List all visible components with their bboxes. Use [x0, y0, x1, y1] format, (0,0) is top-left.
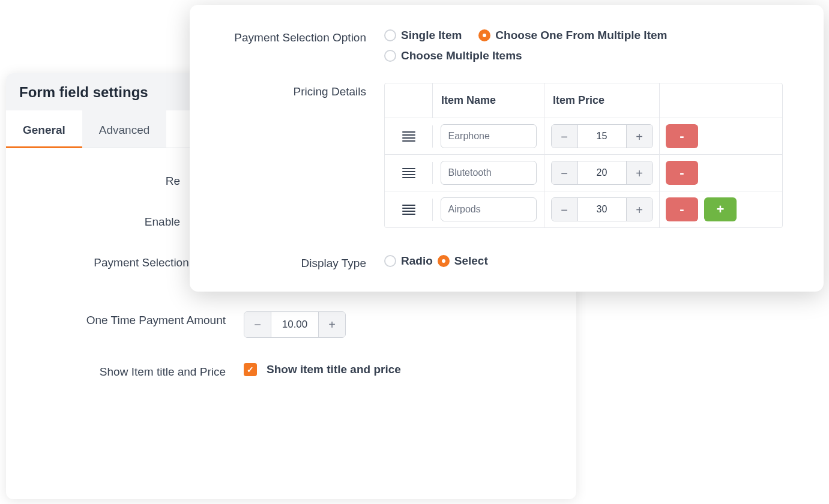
drag-handle-icon[interactable] — [402, 205, 415, 215]
tab-advanced[interactable]: Advanced — [82, 110, 167, 148]
name-cell — [433, 118, 544, 154]
tab-general[interactable]: General — [6, 110, 82, 148]
header-actions — [660, 83, 782, 118]
item-price-stepper: − + — [551, 197, 653, 221]
header-drag-col — [385, 83, 433, 118]
actions-cell: - — [660, 155, 782, 191]
check-icon: ✓ — [247, 365, 254, 374]
pricing-table: Item Name Item Price — [384, 83, 783, 228]
remove-row-button[interactable]: - — [666, 161, 698, 185]
radio-group-select[interactable]: Select — [438, 254, 488, 268]
one-time-payment-decrement[interactable]: − — [244, 312, 271, 337]
radio-group-choose-one-front[interactable]: Choose One From Multiple Item — [478, 29, 667, 42]
one-time-payment-increment[interactable]: + — [319, 312, 345, 337]
show-title-price-cb-label: Show item title and price — [267, 363, 401, 376]
pricing-details-label: Pricing Details — [213, 83, 384, 98]
payment-selection-content-front: Single Item Choose One From Multiple Ite… — [384, 29, 801, 62]
remove-row-button[interactable]: - — [666, 197, 698, 221]
price-cell: − + — [544, 118, 660, 154]
pricing-row: − + - + — [385, 191, 782, 227]
name-cell — [433, 191, 544, 227]
drag-handle-icon[interactable] — [402, 131, 415, 142]
radio-group-single-front[interactable]: Single Item — [384, 29, 462, 42]
radio-choose-multiple-front[interactable] — [384, 50, 396, 62]
price-increment[interactable]: + — [627, 198, 653, 221]
price-increment[interactable]: + — [627, 125, 653, 148]
radio-display-radio-label: Radio — [401, 254, 433, 268]
pricing-row: − + - — [385, 155, 782, 191]
display-type-content: Radio Select — [384, 254, 801, 268]
one-time-payment-row: One Time Payment Amount − + — [24, 311, 558, 338]
pricing-row: − + - — [385, 118, 782, 155]
price-decrement[interactable]: − — [552, 198, 577, 221]
item-price-input[interactable] — [577, 161, 627, 184]
radio-single-label-front: Single Item — [401, 29, 462, 42]
radio-single-front[interactable] — [384, 29, 396, 41]
show-title-price-row: Show Item title and Price ✓ Show item ti… — [24, 363, 558, 379]
display-type-row: Display Type Radio Select — [213, 254, 801, 270]
item-name-input[interactable] — [441, 124, 537, 148]
drag-cell — [385, 125, 433, 148]
drag-cell — [385, 162, 433, 184]
one-time-payment-stepper: − + — [244, 311, 346, 338]
one-time-payment-content: − + — [244, 311, 346, 338]
price-cell: − + — [544, 191, 660, 227]
required-label-partial: Re — [24, 172, 198, 188]
header-price: Item Price — [544, 83, 660, 118]
drag-cell — [385, 199, 433, 221]
actions-cell: - + — [660, 191, 782, 227]
name-cell — [433, 155, 544, 191]
enable-label-partial: Enable — [24, 213, 198, 229]
radio-choose-one-label-front: Choose One From Multiple Item — [495, 29, 667, 42]
remove-row-button[interactable]: - — [666, 124, 698, 148]
radio-choose-one-front[interactable] — [478, 29, 490, 41]
item-price-input[interactable] — [577, 125, 627, 148]
item-name-input[interactable] — [441, 161, 537, 185]
actions-cell: - — [660, 118, 782, 154]
pricing-details-row: Pricing Details Item Name Item Price — [213, 83, 801, 228]
radio-group-radio[interactable]: Radio — [384, 254, 433, 268]
payment-selection-label-front: Payment Selection Option — [213, 29, 384, 44]
show-title-price-content: ✓ Show item title and price — [244, 363, 401, 376]
radio-choose-multiple-label-front: Choose Multiple Items — [401, 49, 522, 62]
price-increment[interactable]: + — [627, 161, 653, 185]
radio-display-select[interactable] — [438, 255, 450, 267]
one-time-payment-input[interactable] — [271, 312, 319, 337]
radio-display-radio[interactable] — [384, 255, 396, 267]
pricing-table-header: Item Name Item Price — [385, 83, 782, 118]
radio-group-choose-multiple-front[interactable]: Choose Multiple Items — [384, 49, 795, 62]
one-time-payment-label: One Time Payment Amount — [24, 311, 244, 327]
show-title-price-label: Show Item title and Price — [24, 363, 244, 379]
item-price-stepper: − + — [551, 124, 653, 148]
header-name: Item Name — [433, 83, 544, 118]
pricing-details-content: Item Name Item Price — [384, 83, 801, 228]
add-row-button[interactable]: + — [704, 197, 737, 221]
item-name-input[interactable] — [441, 197, 537, 221]
display-type-label: Display Type — [213, 254, 384, 270]
item-price-input[interactable] — [577, 198, 627, 221]
price-decrement[interactable]: − — [552, 161, 577, 185]
drag-handle-icon[interactable] — [402, 168, 415, 178]
price-decrement[interactable]: − — [552, 125, 577, 148]
radio-display-select-label: Select — [454, 254, 488, 268]
price-cell: − + — [544, 155, 660, 191]
show-title-price-checkbox[interactable]: ✓ — [244, 363, 257, 376]
payment-selection-row-front: Payment Selection Option Single Item Cho… — [213, 29, 801, 62]
pricing-details-panel: Payment Selection Option Single Item Cho… — [190, 5, 824, 292]
item-price-stepper: − + — [551, 161, 653, 185]
